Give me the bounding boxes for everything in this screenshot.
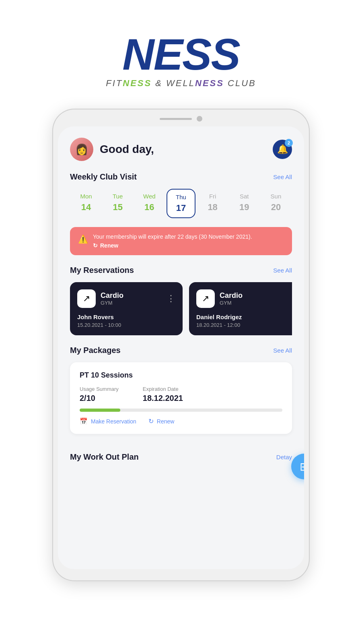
reservations-section-header: My Reservations See All bbox=[70, 266, 292, 275]
notch-dot bbox=[197, 116, 202, 122]
res-card-2-trainer: Daniel Rodrigez bbox=[196, 314, 292, 320]
alert-content: Your membership will expire after 22 day… bbox=[93, 233, 284, 249]
day-thu-name: Thu bbox=[176, 194, 186, 200]
res-card-2-datetime: 18.20.2021 - 12:00 bbox=[196, 322, 292, 328]
package-card: PT 10 Sessions Usage Summary 2/10 Expira… bbox=[70, 362, 292, 434]
day-sun-name: Sun bbox=[271, 193, 282, 200]
avatar: 👩 bbox=[70, 138, 93, 161]
header-left: 👩 Good day, bbox=[70, 138, 154, 161]
packages-title: My Packages bbox=[70, 346, 121, 355]
day-sun-num: 20 bbox=[271, 202, 281, 213]
package-name: PT 10 Sessions bbox=[80, 371, 282, 380]
workout-title: My Work Out Plan bbox=[70, 452, 139, 462]
renew-icon: ↻ bbox=[93, 242, 98, 249]
day-sat-name: Sat bbox=[240, 193, 249, 200]
notch-line bbox=[160, 118, 192, 120]
weekly-visit-section-header: Weekly Club Visit See All bbox=[70, 172, 292, 182]
grid-icon: ⊞ bbox=[300, 460, 304, 473]
progress-bar-fill bbox=[80, 409, 120, 412]
alert-text: Your membership will expire after 22 day… bbox=[93, 233, 284, 240]
make-reservation-label: Make Reservation bbox=[91, 418, 136, 425]
reservation-card-1: ↗ Cardio GYM ⋮ John Rovers 15.20.2021 - … bbox=[70, 282, 183, 335]
logo-sub-ness1: NESS bbox=[123, 78, 152, 88]
res-card-1-activity: Cardio bbox=[101, 291, 167, 300]
day-mon-num: 14 bbox=[81, 202, 91, 213]
day-sat[interactable]: Sat 19 bbox=[230, 189, 259, 218]
res-card-2-location: GYM bbox=[220, 300, 292, 306]
usage-label: Usage Summary bbox=[80, 386, 119, 392]
reservations-title: My Reservations bbox=[70, 266, 134, 275]
res-card-1-menu[interactable]: ⋮ bbox=[167, 293, 175, 304]
alert-banner: ⚠️ Your membership will expire after 22 … bbox=[70, 227, 292, 255]
res-card-2-icon: ↗ bbox=[196, 289, 215, 308]
package-actions: 📅 Make Reservation ↻ Renew bbox=[80, 417, 282, 425]
logo-sub-club: CLUB bbox=[224, 78, 256, 88]
logo-sub-ness2: NESS bbox=[195, 78, 224, 88]
day-wed-num: 16 bbox=[144, 202, 154, 213]
package-stats: Usage Summary 2/10 Expiration Date 18.12… bbox=[80, 386, 282, 403]
res-card-1-location: GYM bbox=[101, 300, 167, 306]
dumbbell-icon-2: ↗ bbox=[202, 293, 209, 304]
logo-area: NESS FITNESS & WELLNESS CLUB bbox=[106, 32, 256, 89]
greeting-text: Good day, bbox=[100, 143, 154, 156]
res-card-1-title-box: Cardio GYM bbox=[101, 291, 167, 306]
day-sat-num: 19 bbox=[239, 202, 249, 213]
weekly-visit-see-all[interactable]: See All bbox=[273, 173, 292, 180]
alert-triangle-icon: ⚠️ bbox=[78, 234, 88, 244]
res-card-1-trainer: John Rovers bbox=[77, 314, 175, 320]
phone-notch-bar bbox=[58, 116, 304, 122]
notification-badge: 2 bbox=[285, 139, 293, 147]
day-tue-name: Tue bbox=[113, 193, 123, 200]
renew-label: Renew bbox=[100, 242, 118, 249]
res-card-1-datetime: 15.20.2021 - 10:00 bbox=[77, 322, 175, 328]
logo-sub-fit: FIT bbox=[106, 78, 123, 88]
packages-see-all[interactable]: See All bbox=[273, 347, 292, 354]
make-reservation-button[interactable]: 📅 Make Reservation bbox=[80, 417, 136, 425]
logo-sub: FITNESS & WELLNESS CLUB bbox=[106, 78, 256, 89]
expiry-label: Expiration Date bbox=[143, 386, 183, 392]
package-renew-label: Renew bbox=[157, 418, 175, 425]
res-card-2-title-box: Cardio GYM bbox=[220, 291, 292, 306]
day-wed-name: Wed bbox=[143, 193, 156, 200]
logo-main: NESS bbox=[122, 32, 240, 76]
res-card-2-activity: Cardio bbox=[220, 291, 292, 300]
dumbbell-icon: ↗ bbox=[83, 293, 90, 304]
day-wed[interactable]: Wed 16 bbox=[135, 189, 164, 218]
expiry-stat: Expiration Date 18.12.2021 bbox=[143, 386, 183, 403]
notification-button[interactable]: 🔔 2 bbox=[273, 140, 292, 159]
phone-shell: 👩 Good day, 🔔 2 Weekly Club Visit See Al… bbox=[52, 109, 310, 581]
packages-section-header: My Packages See All bbox=[70, 346, 292, 355]
day-thu[interactable]: Thu 17 bbox=[167, 189, 195, 218]
res-card-1-header: ↗ Cardio GYM ⋮ bbox=[77, 289, 175, 308]
day-tue[interactable]: Tue 15 bbox=[103, 189, 132, 218]
progress-bar-container bbox=[80, 409, 282, 412]
workout-header: My Work Out Plan Detay bbox=[70, 452, 292, 462]
day-thu-num: 17 bbox=[176, 203, 186, 213]
delay-button[interactable]: Detay bbox=[276, 454, 292, 460]
alert-renew-button[interactable]: ↻ Renew bbox=[93, 242, 284, 249]
package-renew-button[interactable]: ↻ Renew bbox=[148, 417, 175, 425]
weekly-visit-title: Weekly Club Visit bbox=[70, 172, 137, 182]
bottom-section: My Work Out Plan Detay bbox=[58, 452, 304, 462]
header: 👩 Good day, 🔔 2 bbox=[70, 138, 292, 161]
day-mon[interactable]: Mon 14 bbox=[72, 189, 101, 218]
renew-icon-pkg: ↻ bbox=[148, 417, 154, 425]
logo-sub-middle: & WELL bbox=[152, 78, 195, 88]
res-card-2-header: ↗ Cardio GYM bbox=[196, 289, 292, 308]
day-fri[interactable]: Fri 18 bbox=[198, 189, 227, 218]
expiry-value: 18.12.2021 bbox=[143, 394, 183, 403]
usage-stat: Usage Summary 2/10 bbox=[80, 386, 119, 403]
phone-screen: 👩 Good day, 🔔 2 Weekly Club Visit See Al… bbox=[58, 126, 304, 569]
day-mon-name: Mon bbox=[80, 193, 92, 200]
calendar-icon: 📅 bbox=[80, 417, 88, 425]
res-card-1-icon: ↗ bbox=[77, 289, 96, 308]
reservations-see-all[interactable]: See All bbox=[273, 267, 292, 274]
day-fri-name: Fri bbox=[209, 193, 216, 200]
day-fri-num: 18 bbox=[208, 202, 217, 213]
day-sun[interactable]: Sun 20 bbox=[261, 189, 290, 218]
day-tue-num: 15 bbox=[113, 202, 122, 213]
weekly-calendar: Mon 14 Tue 15 Wed 16 Thu 17 bbox=[70, 189, 292, 218]
reservation-card-2: ↗ Cardio GYM Daniel Rodrigez 18.20.2021 … bbox=[189, 282, 292, 335]
app-content: 👩 Good day, 🔔 2 Weekly Club Visit See Al… bbox=[58, 126, 304, 452]
reservations-list: ↗ Cardio GYM ⋮ John Rovers 15.20.2021 - … bbox=[70, 282, 292, 335]
